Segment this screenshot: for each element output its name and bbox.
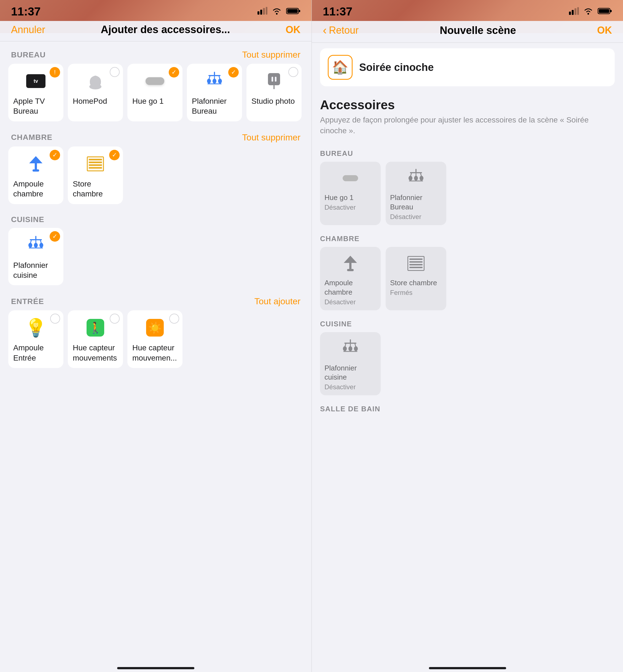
cuisine-grid: ✓ Plafo [8,228,303,288]
motion-icon: 🚶 [87,319,104,337]
accessory-apple-tv[interactable]: ! tv Apple TV Bureau [8,64,63,121]
sun-icon: ☀️ [146,319,164,337]
cancel-button[interactable]: Annuler [11,24,45,35]
battery-icon-right [598,7,612,16]
svg-point-28 [39,243,43,248]
accessory-ampoule-chambre[interactable]: ✓ Ampoule chambre [8,146,63,204]
svg-point-15 [212,79,216,84]
home-indicator-right [429,667,506,669]
bureau-grid: ! tv Apple TV Bureau [8,64,303,124]
badge-ampoule-entree [50,314,60,324]
right-accessory-plafonnier-bureau[interactable]: Plafonnier Bureau Désactiver [386,162,446,225]
section-chambre-header: CHAMBRE Tout supprimer [8,124,303,146]
accessory-plafonnier-bureau[interactable]: ✓ Plafo [187,64,242,121]
accessories-main-title: Accessoires [312,92,623,114]
chambre-tout-supprimer[interactable]: Tout supprimer [242,133,300,143]
right-chambre-header: CHAMBRE [312,228,623,247]
svg-point-57 [354,346,358,351]
right-bureau-grid: Hue go 1 Désactiver [312,162,623,228]
badge-apple-tv: ! [50,67,60,78]
svg-rect-37 [599,9,609,13]
svg-marker-18 [29,156,42,163]
studio-photo-label: Studio photo [251,96,295,106]
lamp-blue-icon [28,155,43,173]
right-chandelier-cuisine-icon [341,339,360,358]
svg-point-45 [420,176,423,181]
accessory-studio-photo[interactable]: Studio photo [246,64,302,121]
back-chevron-icon: ‹ [323,24,327,37]
badge-hue-go-1: ✓ [169,67,179,78]
accessory-ampoule-entree[interactable]: 💡 Ampoule Entrée [8,310,63,368]
bureau-tout-supprimer[interactable]: Tout supprimer [242,50,300,60]
ok-button-left[interactable]: OK [286,24,300,35]
svg-point-27 [34,243,38,248]
signal-icon [258,7,267,17]
svg-rect-20 [32,169,39,172]
right-accessory-hue-go-1[interactable]: Hue go 1 Désactiver [320,162,381,225]
svg-rect-6 [299,10,300,12]
accessory-plafonnier-cuisine[interactable]: ✓ Plafo [8,228,63,285]
wifi-icon-right [583,7,594,16]
ok-button-right[interactable]: OK [597,25,612,36]
right-hue-go-icon-area [324,167,376,189]
badge-plafonnier-cuisine: ✓ [50,231,60,242]
svg-rect-2 [263,8,265,15]
right-plafonnier-cuisine-label: Plafonnier cuisine [324,364,376,382]
apple-tv-text: tv [34,78,38,84]
scene-icon-box: 🏠 [328,55,353,80]
badge-homepod [110,67,120,77]
svg-point-44 [414,176,418,181]
scene-home-icon: 🏠 [332,60,349,75]
accessory-homepod[interactable]: HomePod [68,64,123,121]
right-chambre-title: CHAMBRE [320,234,359,243]
entree-tout-ajouter[interactable]: Tout ajouter [255,296,300,307]
right-accessory-ampoule-chambre[interactable]: Ampoule chambre Désactiver [320,247,381,310]
accessory-store-chambre[interactable]: ✓ Store chambre [68,146,123,204]
svg-rect-1 [260,10,262,15]
svg-rect-33 [577,7,579,15]
right-plafonnier-cuisine-icon-area [324,338,376,360]
svg-rect-3 [266,7,267,15]
accessories-description: Appuyez de façon prolongée pour ajuster … [312,114,623,143]
svg-rect-0 [258,11,259,15]
scene-header-card[interactable]: 🏠 Soirée cinoche [320,48,615,86]
svg-rect-32 [574,8,576,15]
right-cuisine-title: CUISINE [320,320,352,328]
svg-point-43 [409,176,412,181]
accessory-hue-go-1[interactable]: ✓ Hue go 1 [127,64,182,121]
svg-point-26 [28,243,32,248]
badge-hue-capteur-2 [169,314,179,324]
left-panel: 11:37 Annuler Ajouter des accessoires...… [0,0,312,672]
right-accessory-store-chambre[interactable]: Store chambre Fermés [386,247,446,310]
right-store-chambre-icon-area [390,252,442,275]
svg-rect-31 [572,10,574,15]
apple-tv-label: Apple TV Bureau [13,96,58,116]
accessory-hue-capteur-1[interactable]: 🚶 Hue capteur mouvements [68,310,123,368]
apple-tv-icon: tv [26,74,46,88]
hue-go-icon [146,77,164,85]
signal-icon-right [569,7,579,16]
chandelier-cuisine-icon [26,236,45,255]
section-bureau-header: BUREAU Tout supprimer [8,41,303,64]
right-sdb-header: SALLE DE BAIN [312,398,623,417]
right-plafonnier-cuisine-status: Désactiver [324,383,356,391]
svg-point-14 [207,79,211,84]
right-accessory-plafonnier-cuisine[interactable]: Plafonnier cuisine Désactiver [320,332,381,396]
home-indicator-left [117,667,194,669]
right-hue-go-status: Désactiver [324,203,356,211]
section-chambre-title: CHAMBRE [11,133,52,142]
accessory-hue-capteur-2[interactable]: ☀️ Hue capteur mouvemen... [127,310,182,368]
ampoule-entree-label: Ampoule Entrée [13,343,58,363]
svg-rect-48 [349,263,352,269]
status-bar-left: 11:37 [0,0,312,21]
badge-store-chambre: ✓ [109,150,120,160]
svg-rect-7 [287,9,298,13]
time-right: 11:37 [323,5,352,18]
right-lamp-gray-icon [343,254,358,273]
back-button[interactable]: ‹ Retour [323,24,359,37]
hue-capteur-1-label: Hue capteur mouvements [73,343,118,363]
section-cuisine-header: CUISINE [8,207,303,228]
hue-go-1-label: Hue go 1 [132,96,164,106]
right-ampoule-chambre-label: Ampoule chambre [324,278,376,297]
right-ampoule-chambre-status: Désactiver [324,298,356,306]
